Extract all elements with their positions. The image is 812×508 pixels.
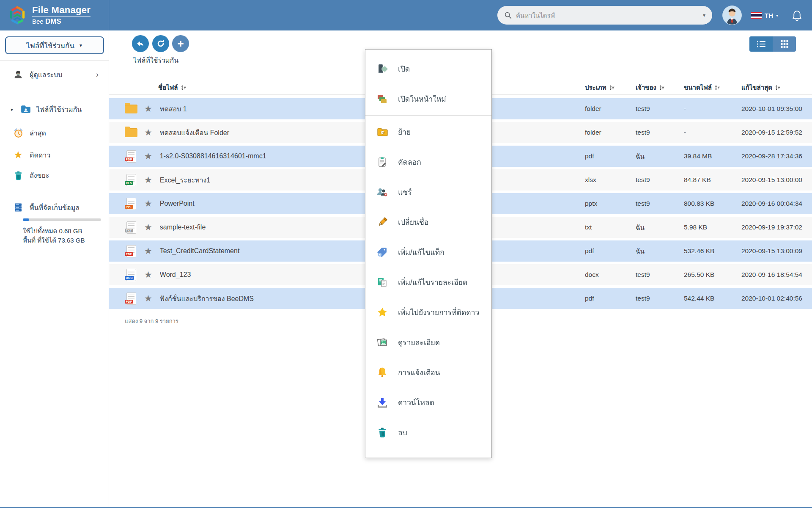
file-modified: 2020-09-19 19:37:02 (741, 224, 812, 231)
grid-view-icon (780, 40, 789, 48)
row-star-icon[interactable]: ★ (144, 151, 152, 161)
file-owner: test9 (636, 200, 684, 207)
file-owner: test9 (636, 271, 684, 279)
language-selector[interactable]: TH ▾ (751, 8, 778, 22)
row-star-icon[interactable]: ★ (144, 104, 152, 114)
row-star-icon[interactable]: ★ (144, 270, 152, 280)
column-header-type[interactable]: ประเภท (585, 83, 636, 93)
sort-icon (775, 85, 781, 90)
search-icon (504, 11, 512, 19)
file-type: txt (585, 224, 636, 231)
sidebar-item-recent[interactable]: ล่าสุด (0, 122, 109, 144)
notifications-button[interactable] (792, 10, 802, 23)
file-name: PowerPoint (160, 200, 195, 207)
result-count: แสดง 9 จาก 9 รายการ (125, 317, 178, 326)
menu-item-view-details[interactable]: ดูรายละเอียด (365, 327, 491, 357)
avatar-person-icon (723, 6, 741, 25)
sidebar-item-admin[interactable]: ผู้ดูแลระบบ › (0, 64, 109, 86)
column-header-size[interactable]: ขนาดไฟล์ (684, 83, 741, 93)
brand-light: Bee (32, 18, 44, 25)
file-name: Excel_ระยะทาง1 (160, 175, 210, 185)
search-input[interactable] (516, 12, 703, 19)
sidebar-item-starred[interactable]: ★ ติดดาว (0, 144, 109, 166)
menu-item-open[interactable]: เปิด (365, 54, 491, 84)
row-star-icon[interactable]: ★ (144, 127, 152, 138)
column-header-owner-label: เจ้าของ (636, 83, 656, 93)
menu-item-add-to-starred[interactable]: เพิ่มไปยังรายการที่ติดดาว (365, 297, 491, 327)
menu-item-edit-tags[interactable]: เพิ่ม/แก้ไขแท็ก (365, 237, 491, 267)
share-icon (376, 186, 389, 199)
back-arrow-icon (136, 39, 145, 48)
row-star-icon[interactable]: ★ (144, 246, 152, 256)
menu-item-edit-details[interactable]: เพิ่ม/แก้ไขรายละเอียด (365, 267, 491, 297)
file-name: sample-text-file (160, 224, 206, 231)
menu-item-download[interactable]: ดาวน์โหลด (365, 387, 491, 417)
file-size: 39.84 MB (684, 152, 741, 160)
file-modified: 2020-10-01 02:40:56 (741, 295, 812, 302)
file-size: 5.98 KB (684, 224, 741, 231)
excel-file-icon: XLS (125, 174, 137, 186)
copy-icon (376, 156, 389, 168)
expand-caret-icon[interactable]: ▸ (11, 107, 15, 112)
row-star-icon[interactable]: ★ (144, 175, 152, 185)
sidebar-item-trash-label: ถังขยะ (30, 170, 49, 181)
app-title: File Manager Bee DMS (32, 5, 91, 26)
menu-item-share[interactable]: แชร์ (365, 177, 491, 207)
add-new-button[interactable]: + (172, 35, 189, 52)
drive-selector-button[interactable]: ไฟล์ที่ใช้ร่วมกัน ▼ (5, 36, 104, 54)
menu-item-label: ย้าย (398, 126, 411, 138)
list-view-button[interactable] (749, 36, 773, 52)
powerpoint-file-icon: PPT (125, 197, 137, 210)
column-header-size-label: ขนาดไฟล์ (684, 83, 712, 93)
file-modified: 2020-09-16 18:54:54 (741, 271, 812, 279)
menu-item-open-new-tab[interactable]: เปิดในหน้าใหม่ (365, 84, 491, 114)
file-modified: 2020-09-15 13:00:00 (741, 176, 812, 184)
row-star-icon[interactable]: ★ (144, 222, 152, 232)
sort-icon (609, 85, 615, 90)
search-options-caret-icon[interactable]: ▾ (703, 12, 705, 18)
menu-item-label: การแจ้งเตือน (398, 367, 440, 378)
open-icon (376, 63, 389, 75)
pdf-file-icon: PDF (125, 245, 137, 257)
file-owner: test9 (636, 176, 684, 184)
menu-item-delete[interactable]: ลบ (365, 417, 491, 447)
menu-item-notifications[interactable]: การแจ้งเตือน (365, 357, 491, 387)
back-button[interactable] (132, 35, 149, 52)
delete-trash-icon (376, 426, 389, 439)
add-star-icon (376, 306, 389, 319)
file-type: pdf (585, 152, 636, 160)
sidebar-divider (0, 60, 109, 61)
storage-used-text: ใช้ไปทั้งหมด 0.68 GB (23, 226, 82, 236)
menu-item-label: เพิ่ม/แก้ไขรายละเอียด (398, 276, 467, 288)
row-star-icon[interactable]: ★ (144, 293, 152, 304)
chevron-right-icon: › (96, 70, 99, 79)
search-bar[interactable]: ▾ (497, 6, 712, 25)
file-size: 84.87 KB (684, 176, 741, 184)
file-modified: 2020-09-16 00:04:34 (741, 200, 812, 207)
file-size: 265.50 KB (684, 271, 741, 279)
menu-item-move[interactable]: ย้าย (365, 117, 491, 147)
menu-item-copy[interactable]: คัดลอก (365, 147, 491, 177)
grid-view-button[interactable] (773, 36, 796, 52)
move-icon (376, 126, 389, 138)
storage-server-icon (13, 202, 24, 213)
column-header-name-label: ชื่อไฟล์ (158, 83, 178, 93)
file-type: pdf (585, 247, 636, 255)
menu-item-label: เปิด (398, 63, 410, 75)
admin-person-icon (13, 69, 24, 80)
view-toggle (749, 36, 796, 52)
refresh-button[interactable] (152, 35, 169, 52)
file-owner: ฉัน (636, 151, 684, 162)
file-type: folder (585, 129, 636, 136)
column-header-owner[interactable]: เจ้าของ (636, 83, 684, 93)
user-avatar[interactable] (722, 6, 742, 25)
menu-item-rename[interactable]: เปลี่ยนชื่อ (365, 207, 491, 237)
row-star-icon[interactable]: ★ (144, 199, 152, 209)
app-title-line2: Bee DMS (32, 17, 91, 26)
sidebar-item-trash[interactable]: ถังขยะ (0, 164, 109, 186)
sort-icon (659, 85, 665, 90)
column-header-modified[interactable]: แก้ไขล่าสุด (741, 83, 812, 93)
bell-icon (792, 10, 802, 21)
sidebar-item-shared-files[interactable]: ▸ ไฟล์ที่ใช้ร่วมกัน (0, 98, 109, 120)
sidebar-item-storage[interactable]: พื้นที่จัดเก็บข้อมูล (0, 196, 109, 218)
